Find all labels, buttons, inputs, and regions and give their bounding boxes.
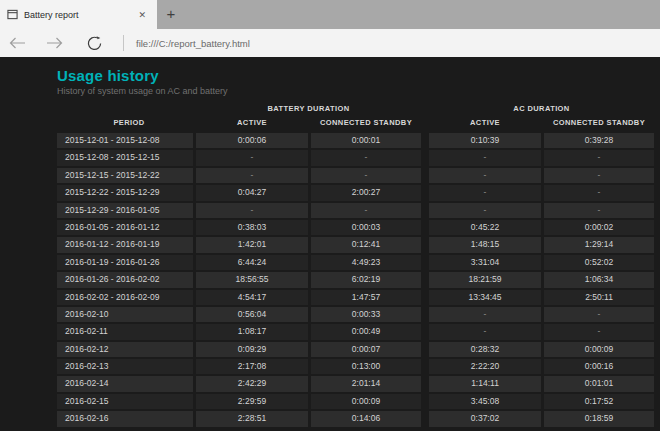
cell-battery-active: 2:42:29: [196, 376, 308, 391]
table-row: 2016-01-12 - 2016-01-191:42:010:12:411:4…: [57, 237, 654, 252]
table-row: 2016-02-162:28:510:14:060:37:020:18:59: [57, 411, 654, 426]
cell-ac-cs: 0:00:09: [544, 342, 654, 357]
table-row: 2015-12-29 - 2016-01-05----: [57, 203, 654, 218]
group-header-ac-duration: AC DURATION: [429, 103, 654, 114]
cell-battery-active: 0:00:06: [196, 133, 308, 148]
table-row: 2016-02-111:08:170:00:49--: [57, 324, 654, 339]
cell-battery-active: -: [196, 203, 308, 218]
cell-ac-active: -: [429, 324, 541, 339]
cell-battery-cs: 0:00:03: [311, 220, 421, 235]
cell-ac-cs: 1:06:34: [544, 272, 654, 287]
cell-period: 2016-01-19 - 2016-01-26: [57, 255, 193, 270]
cell-battery-active: 2:29:59: [196, 394, 308, 409]
group-gap-spacer: [424, 376, 426, 391]
table-row: 2016-02-120:09:290:00:070:28:320:00:09: [57, 342, 654, 357]
group-gap-spacer: [424, 203, 426, 218]
cell-battery-active: 0:09:29: [196, 342, 308, 357]
group-gap-spacer: [424, 185, 426, 200]
group-gap-spacer: [424, 272, 426, 287]
cell-ac-active: -: [429, 185, 541, 200]
back-button[interactable]: [7, 33, 27, 53]
cell-battery-cs: 0:12:41: [311, 237, 421, 252]
group-gap-spacer: [424, 133, 426, 148]
cell-ac-cs: 0:17:52: [544, 394, 654, 409]
cell-ac-cs: 0:01:01: [544, 376, 654, 391]
cell-ac-cs: -: [544, 150, 654, 165]
cell-period: 2016-01-05 - 2016-01-12: [57, 220, 193, 235]
back-arrow-icon: [9, 37, 26, 49]
cell-ac-active: -: [429, 307, 541, 322]
cell-ac-active: -: [429, 168, 541, 183]
cell-ac-cs: -: [544, 168, 654, 183]
table-row: 2016-02-152:29:590:00:093:45:080:17:52: [57, 394, 654, 409]
cell-ac-active: 3:45:08: [429, 394, 541, 409]
cell-battery-cs: 0:00:09: [311, 394, 421, 409]
group-gap-spacer: [424, 237, 426, 252]
cell-battery-cs: 0:00:01: [311, 133, 421, 148]
cell-ac-active: 3:31:04: [429, 255, 541, 270]
cell-ac-active: 0:45:22: [429, 220, 541, 235]
table-row: 2016-01-19 - 2016-01-266:44:244:49:233:3…: [57, 255, 654, 270]
cell-battery-active: -: [196, 168, 308, 183]
cell-period: 2015-12-08 - 2015-12-15: [57, 150, 193, 165]
cell-ac-cs: -: [544, 307, 654, 322]
close-tab-icon[interactable]: ✕: [134, 8, 150, 22]
cell-period: 2016-01-26 - 2016-02-02: [57, 272, 193, 287]
cell-ac-cs: 0:52:02: [544, 255, 654, 270]
cell-ac-cs: -: [544, 203, 654, 218]
group-gap-spacer: [424, 150, 426, 165]
refresh-button[interactable]: [84, 33, 104, 53]
cell-period: 2015-12-15 - 2015-12-22: [57, 168, 193, 183]
cell-ac-active: -: [429, 203, 541, 218]
table-row: 2016-02-142:42:292:01:141:14:110:01:01: [57, 376, 654, 391]
group-gap-spacer: [424, 290, 426, 305]
address-bar[interactable]: file:///C:/report_battery.html: [136, 38, 250, 49]
cell-ac-active: 1:48:15: [429, 237, 541, 252]
cell-battery-active: 0:38:03: [196, 220, 308, 235]
group-gap-spacer: [424, 168, 426, 183]
cell-ac-active: 18:21:59: [429, 272, 541, 287]
page-title: Usage history: [57, 67, 654, 85]
address-bar-separator: [123, 35, 124, 51]
cell-ac-cs: 0:00:16: [544, 359, 654, 374]
cell-battery-active: 2:17:08: [196, 359, 308, 374]
cell-battery-cs: 2:00:27: [311, 185, 421, 200]
cell-battery-cs: -: [311, 150, 421, 165]
cell-battery-cs: -: [311, 168, 421, 183]
navigation-bar: file:///C:/report_battery.html: [0, 29, 660, 57]
tab-title: Battery report: [24, 10, 134, 20]
cell-ac-cs: 1:29:14: [544, 237, 654, 252]
usage-history-table: 2015-12-01 - 2015-12-080:00:060:00:010:1…: [57, 133, 654, 427]
table-row: 2015-12-08 - 2015-12-15----: [57, 150, 654, 165]
cell-battery-cs: 0:00:33: [311, 307, 421, 322]
browser-tab[interactable]: Battery report ✕: [0, 0, 157, 29]
table-row: 2015-12-15 - 2015-12-22----: [57, 168, 654, 183]
group-gap-spacer: [424, 359, 426, 374]
cell-ac-cs: -: [544, 324, 654, 339]
new-tab-button[interactable]: +: [157, 0, 185, 29]
group-gap-spacer: [424, 220, 426, 235]
cell-ac-active: 1:14:11: [429, 376, 541, 391]
cell-battery-cs: -: [311, 203, 421, 218]
cell-battery-active: 6:44:24: [196, 255, 308, 270]
cell-period: 2016-02-16: [57, 411, 193, 426]
group-header-battery-duration: BATTERY DURATION: [196, 103, 421, 114]
cell-battery-active: 0:04:27: [196, 185, 308, 200]
table-row: 2015-12-22 - 2015-12-290:04:272:00:27--: [57, 185, 654, 200]
forward-button[interactable]: [44, 33, 64, 53]
tab-bar: Battery report ✕ +: [0, 0, 660, 29]
cell-period: 2016-02-02 - 2016-02-09: [57, 290, 193, 305]
cell-ac-active: 0:10:39: [429, 133, 541, 148]
cell-battery-active: 1:08:17: [196, 324, 308, 339]
table-row: 2016-02-02 - 2016-02-094:54:171:47:5713:…: [57, 290, 654, 305]
forward-arrow-icon: [46, 37, 63, 49]
cell-period: 2016-02-14: [57, 376, 193, 391]
cell-period: 2016-01-12 - 2016-01-19: [57, 237, 193, 252]
cell-ac-cs: 0:18:59: [544, 411, 654, 426]
group-gap-spacer: [424, 255, 426, 270]
table-row: 2016-02-132:17:080:13:002:22:200:00:16: [57, 359, 654, 374]
cell-ac-active: 0:28:32: [429, 342, 541, 357]
column-header-battery-connected-standby: CONNECTED STANDBY: [311, 116, 421, 129]
group-gap-spacer: [424, 394, 426, 409]
cell-period: 2016-02-11: [57, 324, 193, 339]
